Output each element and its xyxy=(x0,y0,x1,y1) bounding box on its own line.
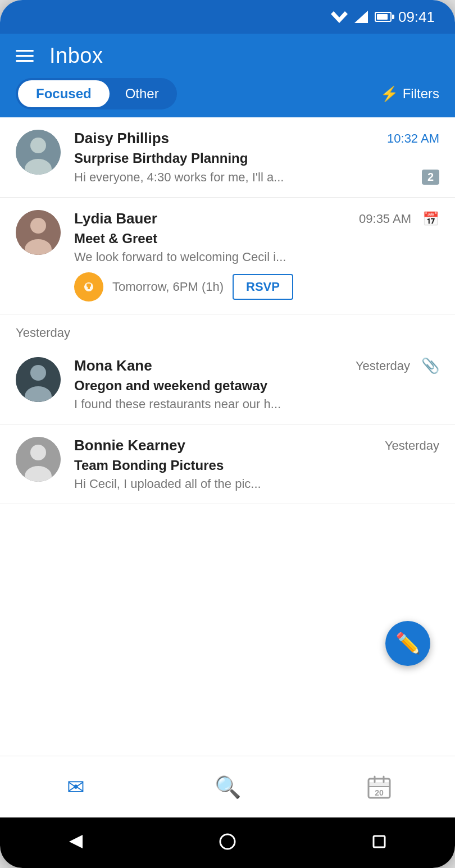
status-time: 09:41 xyxy=(398,8,435,26)
email-content-mona: Mona Kane Yesterday 📎 Oregon and weekend… xyxy=(74,357,439,412)
compose-icon: ✏️ xyxy=(395,632,421,655)
status-bar: 09:41 xyxy=(0,0,455,34)
preview-mona: I found these restaurants near our h... xyxy=(74,397,439,412)
email-item-daisy[interactable]: Daisy Phillips 10:32 AM Surprise Birthda… xyxy=(0,117,455,198)
signal-icon xyxy=(354,11,368,23)
email-item-bonnie[interactable]: Bonnie Kearney Yesterday Team Bonding Pi… xyxy=(0,424,455,504)
nav-search[interactable]: 🔍 xyxy=(152,775,303,800)
svg-marker-0 xyxy=(331,11,348,23)
sender-daisy: Daisy Phillips xyxy=(74,130,169,147)
bolt-icon: ⚡ xyxy=(380,85,398,103)
subject-lydia: Meet & Greet xyxy=(74,231,439,246)
android-back[interactable] xyxy=(66,832,86,854)
nav-calendar[interactable]: 20 xyxy=(303,775,455,800)
avatar-bonnie xyxy=(16,437,61,482)
app-bar: Inbox Focused Other ⚡ Filters xyxy=(0,34,455,117)
wifi-icon xyxy=(331,11,348,23)
subject-mona: Oregon and weekend getaway xyxy=(74,378,439,394)
app-bar-top: Inbox xyxy=(16,44,439,68)
battery-icon xyxy=(375,12,392,22)
android-home[interactable] xyxy=(217,832,238,854)
badge-daisy: 2 xyxy=(422,170,439,185)
event-row-lydia: Tomorrow, 6PM (1h) RSVP xyxy=(74,272,293,301)
app-title: Inbox xyxy=(49,44,103,68)
email-item-lydia[interactable]: Lydia Bauer 09:35 AM 📅 Meet & Greet We l… xyxy=(0,198,455,314)
phone-frame: 09:41 Inbox Focused Other ⚡ Filters xyxy=(0,0,455,868)
filters-label: Filters xyxy=(403,86,439,102)
svg-marker-1 xyxy=(354,11,368,23)
nav-mail[interactable]: ✉ xyxy=(0,775,152,800)
tab-focused[interactable]: Focused xyxy=(18,80,110,107)
email-content-daisy: Daisy Phillips 10:32 AM Surprise Birthda… xyxy=(74,130,439,185)
calendar-icon: 20 xyxy=(367,775,392,800)
email-header-bonnie: Bonnie Kearney Yesterday xyxy=(74,437,439,454)
tab-group: Focused Other xyxy=(16,78,177,109)
preview-row-lydia: We look forward to welcoming Cecil i... xyxy=(74,250,439,264)
email-header-daisy: Daisy Phillips 10:32 AM xyxy=(74,130,439,147)
menu-icon[interactable] xyxy=(16,50,34,62)
time-lydia: 09:35 AM xyxy=(359,212,411,226)
sender-lydia: Lydia Bauer xyxy=(74,210,157,227)
attachment-icon-mona: 📎 xyxy=(421,357,439,374)
time-bonnie: Yesterday xyxy=(385,438,439,453)
time-mona: Yesterday xyxy=(356,359,410,373)
avatar-mona xyxy=(16,357,61,402)
svg-point-3 xyxy=(30,138,46,153)
svg-point-12 xyxy=(30,365,46,381)
subject-bonnie: Team Bonding Pictures xyxy=(74,458,439,473)
email-item-mona[interactable]: Mona Kane Yesterday 📎 Oregon and weekend… xyxy=(0,345,455,424)
svg-marker-23 xyxy=(69,835,83,848)
subject-daisy: Surprise Birthday Planning xyxy=(74,150,439,166)
section-label-yesterday: Yesterday xyxy=(0,314,455,345)
email-header-lydia: Lydia Bauer 09:35 AM 📅 xyxy=(74,210,439,227)
preview-lydia: We look forward to welcoming Cecil i... xyxy=(74,250,439,264)
android-nav xyxy=(0,817,455,868)
android-recents[interactable] xyxy=(369,832,389,854)
preview-row-bonnie: Hi Cecil, I uploaded all of the pic... xyxy=(74,477,439,491)
svg-point-24 xyxy=(220,834,235,849)
event-time-text: Tomorrow, 6PM (1h) xyxy=(112,280,224,294)
preview-daisy: Hi everyone, 4:30 works for me, I'll a..… xyxy=(74,170,415,185)
svg-rect-25 xyxy=(374,836,385,847)
calendar-icon-lydia: 📅 xyxy=(422,211,439,227)
preview-row-daisy: Hi everyone, 4:30 works for me, I'll a..… xyxy=(74,170,439,185)
filters-button[interactable]: ⚡ Filters xyxy=(380,85,439,103)
avatar-lydia xyxy=(16,210,61,255)
svg-rect-10 xyxy=(88,286,90,289)
email-content-bonnie: Bonnie Kearney Yesterday Team Bonding Pi… xyxy=(74,437,439,491)
svg-rect-18 xyxy=(368,782,390,787)
tab-other[interactable]: Other xyxy=(110,80,175,107)
event-icon-circle xyxy=(74,272,103,301)
sender-bonnie: Bonnie Kearney xyxy=(74,437,185,454)
email-content-lydia: Lydia Bauer 09:35 AM 📅 Meet & Greet We l… xyxy=(74,210,439,264)
svg-point-15 xyxy=(30,445,46,460)
time-daisy: 10:32 AM xyxy=(387,131,439,146)
search-icon: 🔍 xyxy=(215,775,241,800)
preview-bonnie: Hi Cecil, I uploaded all of the pic... xyxy=(74,477,439,491)
tab-row: Focused Other ⚡ Filters xyxy=(16,78,439,117)
avatar-daisy xyxy=(16,130,61,175)
sender-mona: Mona Kane xyxy=(74,357,152,374)
email-list: Daisy Phillips 10:32 AM Surprise Birthda… xyxy=(0,117,455,756)
email-header-mona: Mona Kane Yesterday 📎 xyxy=(74,357,439,374)
rsvp-button[interactable]: RSVP xyxy=(233,274,293,300)
status-icons: 09:41 xyxy=(331,8,435,26)
preview-row-mona: I found these restaurants near our h... xyxy=(74,397,439,412)
bottom-nav: ✉ 🔍 20 xyxy=(0,756,455,817)
compose-fab[interactable]: ✏️ xyxy=(385,621,430,666)
mail-icon: ✉ xyxy=(67,775,85,800)
svg-point-6 xyxy=(30,218,46,234)
svg-text:20: 20 xyxy=(375,788,384,797)
